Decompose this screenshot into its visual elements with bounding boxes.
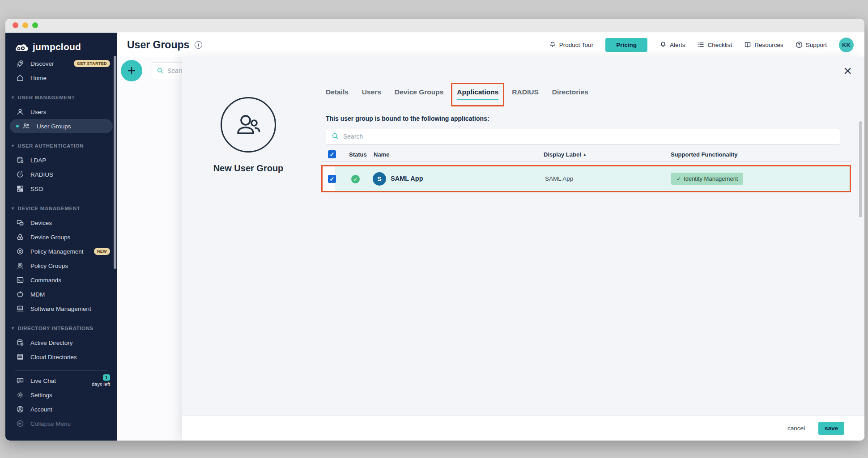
sidebar-item-active-directory[interactable]: Active Directory (5, 335, 117, 350)
check-icon: ✓ (677, 176, 681, 182)
sidebar-item-cloud-directories[interactable]: Cloud Directories (5, 350, 117, 364)
app-window: jumpcloud Discover GET STARTED Home ▼ US… (5, 19, 864, 441)
home-icon (16, 74, 24, 82)
devices-icon (16, 219, 24, 227)
user-group-details-panel: × New User Group (182, 57, 864, 441)
tab-directories[interactable]: Directories (552, 85, 588, 99)
sidebar-item-policy-groups[interactable]: Policy Groups (5, 259, 117, 273)
section-directory-integrations[interactable]: ▼ DIRECTORY INTEGRATIONS (5, 321, 117, 335)
zoom-window-button[interactable] (32, 22, 38, 28)
sidebar-item-users[interactable]: Users (5, 105, 117, 119)
support-button[interactable]: Support (796, 41, 827, 48)
minimize-window-button[interactable] (22, 22, 28, 28)
saml-app-avatar: S (373, 172, 386, 186)
sidebar-item-live-chat[interactable]: Live Chat 1 days left (5, 373, 117, 388)
section-user-authentication[interactable]: ▼ USER AUTHENTICATION (5, 139, 117, 153)
sidebar-item-mdm[interactable]: MDM (5, 287, 117, 301)
radius-icon (16, 170, 24, 178)
app-name: SAML App (391, 175, 423, 182)
bell-icon (660, 41, 667, 48)
collapse-menu-icon (16, 420, 24, 428)
column-header-status[interactable]: Status (349, 151, 367, 158)
window-titlebar (5, 19, 864, 32)
policy-management-icon (16, 247, 24, 255)
panel-scrollbar[interactable] (859, 121, 862, 217)
applications-search[interactable] (326, 128, 840, 144)
sidebar: jumpcloud Discover GET STARTED Home ▼ US… (5, 33, 117, 441)
tab-users[interactable]: Users (362, 85, 381, 99)
chevron-down-icon: ▼ (11, 206, 15, 211)
tab-device-groups[interactable]: Device Groups (395, 85, 443, 99)
group-summary: New User Group (195, 97, 302, 174)
account-icon (16, 405, 24, 413)
user-group-circle-icon (221, 97, 276, 153)
sidebar-item-label: RADIUS (30, 171, 53, 178)
tab-radius[interactable]: RADIUS (512, 85, 538, 99)
section-user-management[interactable]: ▼ USER MANAGEMENT (5, 90, 117, 105)
sidebar-item-label: MDM (30, 291, 45, 298)
identity-management-badge: ✓Identity Management (671, 173, 743, 185)
column-header-supported-functionality[interactable]: Supported Functionality (671, 151, 738, 158)
jumpcloud-logo-text: jumpcloud (33, 42, 81, 52)
sidebar-scrollbar[interactable] (114, 56, 116, 269)
tab-applications[interactable]: Applications (457, 85, 498, 103)
sidebar-item-radius[interactable]: RADIUS (5, 167, 117, 182)
section-device-management[interactable]: ▼ DEVICE MANAGEMENT (5, 201, 117, 216)
panel-footer: cancel save (182, 415, 864, 441)
gear-icon (16, 391, 24, 399)
sidebar-item-collapse-menu[interactable]: Collapse Menu (5, 416, 117, 431)
status-active-icon: ✓ (351, 175, 360, 183)
sidebar-item-label: Commands (30, 277, 61, 284)
user-group-icon (22, 122, 30, 130)
pricing-button[interactable]: Pricing (605, 38, 647, 52)
close-icon[interactable]: × (843, 64, 852, 78)
resources-button[interactable]: Resources (744, 41, 783, 48)
sidebar-item-label: Policy Groups (30, 263, 68, 269)
cancel-button[interactable]: cancel (787, 425, 805, 432)
sidebar-item-ldap[interactable]: LDAP (5, 153, 117, 167)
checklist-icon (697, 41, 704, 48)
sidebar-item-software-management[interactable]: Software Management (5, 301, 117, 316)
sidebar-item-device-groups[interactable]: Device Groups (5, 230, 117, 244)
sidebar-item-label: Policy Management (30, 248, 84, 255)
add-user-group-button[interactable] (121, 60, 142, 81)
chevron-down-icon: ▼ (11, 326, 15, 331)
search-icon (157, 67, 164, 74)
applications-search-input[interactable] (343, 133, 834, 140)
product-tour-button[interactable]: Product Tour (549, 41, 593, 48)
tab-details[interactable]: Details (326, 85, 349, 99)
alerts-button[interactable]: Alerts (660, 41, 685, 48)
sidebar-item-devices[interactable]: Devices (5, 216, 117, 230)
sidebar-item-home[interactable]: Home (5, 71, 117, 85)
column-header-name[interactable]: Name (374, 151, 389, 158)
sidebar-item-discover[interactable]: Discover GET STARTED (5, 56, 117, 71)
user-avatar[interactable]: KK (839, 38, 854, 52)
sidebar-item-label: Software Management (30, 305, 91, 312)
sidebar-item-policy-management[interactable]: Policy Management NEW (5, 244, 117, 259)
chat-bubble-icon (16, 377, 24, 385)
ldap-database-icon (16, 156, 24, 164)
sidebar-item-user-groups[interactable]: User Groups (10, 119, 113, 133)
sidebar-divider (15, 370, 107, 371)
column-header-display-label[interactable]: Display Label▲ (544, 151, 587, 158)
sidebar-item-settings[interactable]: Settings (5, 388, 117, 402)
active-directory-icon (16, 339, 24, 347)
sidebar-item-label: Active Directory (30, 339, 73, 346)
info-icon[interactable]: i (195, 41, 202, 49)
trial-days-badge: 1 days left (92, 374, 110, 387)
jumpcloud-logo[interactable]: jumpcloud (5, 33, 117, 56)
sidebar-item-account[interactable]: Account (5, 402, 117, 416)
checklist-button[interactable]: Checklist (697, 41, 732, 48)
device-groups-icon (16, 233, 24, 241)
save-button[interactable]: save (818, 422, 844, 435)
sidebar-item-label: Discover (30, 60, 54, 67)
sidebar-item-label: Cloud Directories (30, 354, 77, 360)
sidebar-item-commands[interactable]: Commands (5, 273, 117, 287)
sidebar-item-label: Collapse Menu (30, 420, 71, 427)
select-all-checkbox[interactable]: ✓ (328, 150, 336, 158)
question-circle-icon (796, 41, 803, 48)
close-window-button[interactable] (13, 22, 18, 28)
sidebar-item-sso[interactable]: SSO (5, 182, 117, 196)
row-checkbox[interactable]: ✓ (328, 175, 336, 183)
apple-mdm-icon (16, 290, 24, 298)
